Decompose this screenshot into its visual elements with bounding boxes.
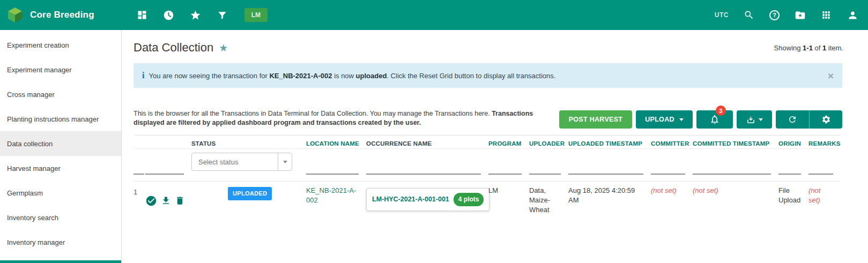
recent-clock-icon[interactable] — [163, 9, 175, 21]
location-cell: KE_NB-2021-A-002 — [306, 186, 366, 215]
status-cell: UPLOADED — [191, 186, 306, 215]
grid-settings-button[interactable] — [809, 110, 842, 129]
sidebar-item-experiment-manager[interactable]: Experiment manager — [0, 57, 121, 82]
status-filter-select[interactable]: Select status — [191, 153, 292, 171]
help-icon[interactable]: ? — [769, 10, 780, 20]
sidebar-item-data-collection[interactable]: Data collection — [0, 131, 121, 156]
notifications-count-badge: 3 — [716, 106, 726, 116]
top-bar: Core Breeding LM UTC ? — [0, 0, 868, 30]
app-logo-icon[interactable] — [5, 5, 25, 25]
banner-transaction-id: KE_NB-2021-A-002 — [269, 72, 332, 80]
committer-filter-input[interactable] — [651, 174, 685, 175]
apps-grid-icon[interactable] — [820, 9, 832, 21]
origin-filter-input[interactable] — [778, 174, 801, 175]
filter-funnel-icon[interactable] — [217, 9, 228, 21]
saved-lists-folder-icon[interactable] — [794, 9, 806, 21]
grid-header-row: STATUS LOCATION NAME OCCURRENCE NAME PRO… — [133, 135, 841, 149]
column-header-committer[interactable]: COMMITTER — [651, 140, 693, 148]
main-content: Data Collection ★ Showing 1-1 of 1 item.… — [122, 39, 868, 215]
refresh-icon — [788, 115, 797, 124]
plots-count-badge: 4 plots — [454, 193, 484, 206]
export-button[interactable] — [737, 110, 772, 129]
committed-timestamp-filter-input[interactable] — [693, 174, 771, 175]
post-harvest-button[interactable]: POST HARVEST — [559, 110, 632, 129]
column-header-occurrence-name: OCCURRENCE NAME — [366, 140, 488, 148]
info-banner: i You are now seeing the transaction for… — [133, 63, 842, 88]
upload-button[interactable]: UPLOAD — [636, 110, 693, 129]
column-header-program[interactable]: PROGRAM — [488, 140, 529, 148]
download-icon[interactable] — [161, 196, 171, 206]
remarks-filter-input[interactable] — [808, 174, 833, 175]
showing-middle: of — [813, 44, 822, 52]
banner-status-word: uploaded — [356, 72, 387, 80]
column-header-uploaded-timestamp[interactable]: UPLOADED TIMESTAMP — [568, 140, 651, 148]
sidebar-item-germplasm[interactable]: Germplasm — [0, 181, 121, 205]
program-cell: LM — [488, 186, 529, 215]
grid-tools-group — [776, 110, 842, 129]
occurrence-name-link[interactable]: LM-HYC-2021-A-001-001 — [372, 195, 449, 205]
dashboard-icon[interactable] — [136, 9, 148, 21]
chevron-down-icon — [759, 118, 763, 121]
location-link[interactable]: KE_NB-2021-A-002 — [306, 186, 356, 204]
chevron-down-icon — [679, 118, 684, 121]
bell-icon — [709, 114, 720, 125]
uploaded-timestamp-filter-input[interactable] — [568, 174, 643, 175]
column-header-origin[interactable]: ORIGIN — [778, 140, 808, 148]
toolbar-row: This is the browser for all the Transact… — [133, 109, 842, 129]
sidebar-item-inventory-search[interactable]: Inventory search — [0, 205, 121, 230]
showing-summary: Showing 1-1 of 1 item. — [774, 44, 843, 52]
sidebar-item-cross-manager[interactable]: Cross manager — [0, 82, 121, 107]
origin-cell: File Upload — [778, 186, 808, 215]
gear-icon — [821, 115, 831, 124]
uploader-filter-input[interactable] — [529, 174, 561, 175]
user-profile-icon[interactable] — [847, 9, 858, 21]
commit-check-circle-icon[interactable] — [145, 195, 157, 207]
column-header-uploader[interactable]: UPLOADER — [529, 140, 568, 148]
sidebar-item-inventory-manager[interactable]: Inventory manager — [0, 230, 121, 254]
export-icon — [746, 115, 755, 124]
column-header-status: STATUS — [191, 140, 306, 148]
program-filter-input[interactable] — [488, 174, 522, 175]
select-caret-button[interactable] — [278, 153, 292, 170]
program-badge[interactable]: LM — [244, 8, 268, 22]
committed-timestamp-cell: (not set) — [693, 186, 778, 215]
column-header-remarks[interactable]: REMARKS — [808, 140, 841, 148]
app-title: Core Breeding — [30, 10, 94, 20]
favorite-page-star-icon[interactable]: ★ — [219, 42, 228, 54]
reset-grid-button[interactable] — [776, 110, 809, 129]
status-badge: UPLOADED — [228, 187, 272, 200]
sidebar-item-experiment-creation[interactable]: Experiment creation — [0, 33, 121, 57]
info-icon: i — [142, 71, 144, 80]
search-icon[interactable] — [743, 9, 755, 21]
status-filter-placeholder: Select status — [192, 158, 278, 166]
column-header-location-name[interactable]: LOCATION NAME — [306, 140, 366, 148]
sidebar-item-harvest-manager[interactable]: Harvest manager — [0, 156, 121, 181]
column-header-committed-timestamp[interactable]: COMMITTED TIMESTAMP — [693, 140, 778, 148]
index-filter-input[interactable] — [133, 174, 144, 175]
topbar-right: UTC ? — [715, 9, 858, 21]
showing-suffix: item. — [826, 44, 843, 52]
sidebar: Experiment creation Experiment manager C… — [0, 30, 122, 263]
grid-filter-row: Select status — [133, 149, 841, 181]
occurrence-cell: LM-HYC-2021-A-001-001 4 plots — [366, 186, 488, 215]
actions-filter-input[interactable] — [145, 174, 184, 175]
timezone-label[interactable]: UTC — [715, 11, 729, 19]
chevron-down-icon — [283, 161, 287, 163]
location-filter-input[interactable] — [306, 174, 359, 175]
title-row: Data Collection ★ Showing 1-1 of 1 item. — [133, 39, 868, 57]
close-icon[interactable]: × — [828, 71, 834, 81]
column-header-index — [133, 140, 145, 148]
topbar-nav — [136, 9, 228, 21]
delete-trash-icon[interactable] — [175, 196, 185, 206]
upload-button-label: UPLOAD — [645, 116, 674, 123]
showing-range: 1-1 — [803, 44, 813, 52]
toolbar-buttons: POST HARVEST UPLOAD 3 — [559, 109, 842, 129]
occurrence-card[interactable]: LM-HYC-2021-A-001-001 4 plots — [366, 188, 489, 211]
table-row: 1 UPLOADED KE_NB-2021-A-002 L — [133, 181, 841, 215]
sidebar-item-planting-instructions-manager[interactable]: Planting instructions manager — [0, 107, 121, 131]
notifications-button[interactable]: 3 — [696, 110, 733, 129]
transactions-grid: STATUS LOCATION NAME OCCURRENCE NAME PRO… — [133, 135, 868, 215]
occurrence-filter-input[interactable] — [366, 174, 481, 175]
favorites-star-icon[interactable] — [190, 9, 202, 21]
page-description: This is the browser for all the Transact… — [133, 109, 559, 128]
